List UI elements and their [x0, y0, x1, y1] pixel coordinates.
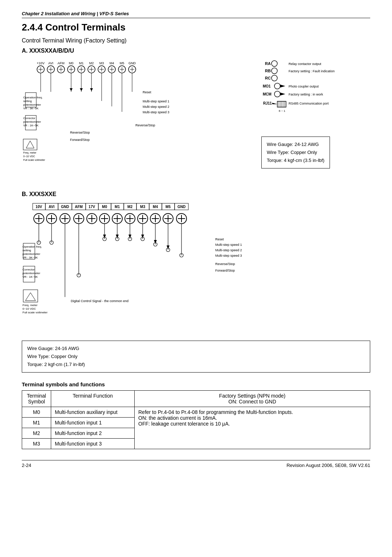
svg-text:potentiometer: potentiometer	[23, 120, 41, 123]
svg-text:RB: RB	[265, 69, 271, 73]
diagram-b-svg: 10V AVI GND AFM 17V M0 M1 M2 M3 M4 M5 GN…	[22, 203, 348, 337]
svg-text:M5: M5	[166, 205, 171, 209]
svg-text:Full scale voltmeter: Full scale voltmeter	[23, 311, 48, 314]
svg-text:potentiometer: potentiometer	[23, 272, 40, 275]
svg-text:setting: setting	[23, 249, 31, 252]
svg-text:Freq. meter: Freq. meter	[23, 151, 37, 154]
svg-rect-228	[23, 290, 38, 302]
svg-text:M0: M0	[69, 61, 74, 65]
wire-gauge-a: Wire Gauge: 24-12 AWG	[267, 141, 324, 149]
col-function-header: Terminal Function	[51, 391, 135, 407]
svg-line-249	[130, 239, 214, 264]
svg-text:Corrector: Corrector	[23, 268, 35, 271]
svg-text:Multi-step speed 1: Multi-step speed 1	[143, 99, 170, 103]
svg-text:M1: M1	[115, 205, 120, 209]
symbols-title: Terminal symbols and functions	[22, 381, 370, 387]
svg-line-83	[71, 92, 94, 121]
table-header-row: Terminal Symbol Terminal Function Factor…	[22, 391, 370, 407]
diagram-b-container: 10V AVI GND AFM 17V M0 M1 M2 M3 M4 M5 GN…	[22, 203, 370, 373]
svg-text:Reverse/Stop: Reverse/Stop	[215, 262, 235, 266]
svg-text:Multi-step speed 2: Multi-step speed 2	[215, 248, 242, 252]
table-row: M0Multi-function auxiliary inputRefer to…	[22, 407, 370, 418]
svg-text:Factory setting : in work: Factory setting : in work	[289, 93, 323, 96]
svg-text:MO1: MO1	[263, 84, 271, 88]
svg-text:Relay contactor output: Relay contactor output	[289, 62, 322, 66]
svg-text:Multi-step speed 3: Multi-step speed 3	[143, 110, 170, 114]
svg-marker-65	[90, 88, 93, 91]
svg-text:M1: M1	[79, 61, 84, 65]
diagram-a-svg: +10V AVI AFM M0 M1 M2 M3 M4 M5 GND	[22, 59, 211, 183]
svg-text:0~10 VDC: 0~10 VDC	[23, 307, 36, 310]
header-factory-line1: Factory Settings (NPN mode)	[219, 393, 286, 399]
col-symbol-header: Terminal Symbol	[22, 391, 51, 407]
svg-text:VR : 1K~5K: VR : 1K~5K	[23, 124, 39, 127]
diagram-a-right: RA Relay contactor output RB Factory set…	[254, 59, 370, 184]
svg-text:M3: M3	[140, 205, 145, 209]
svg-text:potentiometer: potentiometer	[23, 103, 41, 106]
footer-page-number: 2-24	[22, 463, 31, 468]
svg-text:setting: setting	[23, 99, 32, 103]
table-cell-function: Multi-function input 3	[51, 439, 135, 449]
table-cell-function: Multi-function input 2	[51, 428, 135, 439]
svg-marker-67	[26, 141, 34, 148]
table-cell-symbol: M1	[22, 418, 51, 428]
svg-text:RJ11: RJ11	[263, 101, 272, 105]
svg-point-93	[271, 61, 277, 66]
table-body: M0Multi-function auxiliary inputRefer to…	[22, 407, 370, 449]
svg-text:Operation freq.: Operation freq.	[23, 96, 42, 99]
subsection-a-title: A. XXXSXXA/B/D/U	[22, 48, 370, 54]
svg-text:Corrector: Corrector	[23, 117, 36, 120]
svg-text:VR : 1K~5K: VR : 1K~5K	[23, 275, 38, 278]
svg-marker-122	[280, 93, 285, 95]
svg-point-111	[274, 83, 280, 89]
col-factory-header: Factory Settings (NPN mode) ON: Connect …	[135, 391, 370, 407]
svg-line-82	[81, 92, 142, 123]
wire-type-a: Wire Type: Copper Only	[267, 149, 324, 156]
svg-point-106	[271, 75, 277, 81]
subtitle: Control Terminal Wiring (Factory Setting…	[22, 37, 370, 44]
svg-text:potentiometer: potentiometer	[23, 252, 40, 256]
svg-text:AVI: AVI	[48, 61, 53, 65]
wire-torque-a: Torque: 4 kgf-cm (3.5 in-lbf)	[267, 156, 324, 164]
svg-text:M4: M4	[153, 205, 158, 209]
diagram-a-right-svg: RA Relay contactor output RB Factory set…	[261, 59, 370, 132]
svg-marker-229	[25, 293, 36, 301]
svg-point-118	[274, 91, 280, 97]
svg-text:M4: M4	[110, 61, 114, 65]
svg-text:Reverse/Stop: Reverse/Stop	[70, 131, 90, 134]
svg-text:AFM: AFM	[58, 61, 65, 65]
wire-torque-b: Torque: 2 kgf-cm (1.7 in-lbf)	[27, 361, 365, 369]
svg-text:RS485 Communication port: RS485 Communication port	[289, 102, 329, 105]
table-cell-symbol: M2	[22, 428, 51, 439]
svg-text:17V: 17V	[89, 205, 95, 209]
wire-gauge-b: Wire Gauge: 24-16 AWG	[27, 345, 365, 353]
svg-marker-63	[70, 88, 73, 91]
svg-text:Multi-step speed 3: Multi-step speed 3	[215, 254, 242, 257]
svg-text:Operation freq.: Operation freq.	[23, 245, 42, 248]
svg-marker-115	[280, 85, 285, 88]
svg-text:+10V: +10V	[37, 61, 44, 65]
table-cell-function: Multi-function auxiliary input	[51, 407, 135, 418]
svg-text:Reverse/Stop: Reverse/Stop	[135, 123, 155, 127]
svg-text:Full scale voltmeter: Full scale voltmeter	[23, 159, 45, 161]
symbols-section: Terminal symbols and functions Terminal …	[22, 381, 370, 449]
svg-text:AFM: AFM	[75, 205, 83, 209]
svg-text:RC: RC	[265, 76, 271, 80]
diagram-a-left: +10V AVI AFM M0 M1 M2 M3 M4 M5 GND	[22, 59, 254, 184]
svg-text:Freq. meter: Freq. meter	[23, 304, 38, 307]
svg-marker-64	[80, 88, 83, 91]
subsection-b-title: B. XXXSXXE	[22, 191, 370, 198]
page-footer: 2-24 Revision August 2006, SE08, SW V2.6…	[22, 460, 370, 468]
wire-type-b: Wire Type: Copper Only	[27, 353, 365, 361]
section-title: 2.4.4 Control Terminals	[22, 22, 370, 33]
diagram-a-container: +10V AVI AFM M0 M1 M2 M3 M4 M5 GND	[22, 59, 370, 184]
svg-text:M3: M3	[99, 61, 104, 65]
svg-text:AVI: AVI	[49, 205, 54, 209]
svg-text:VR : 3K~5K: VR : 3K~5K	[23, 256, 38, 259]
svg-text:Forward/Stop: Forward/Stop	[70, 138, 90, 142]
header-symbol-label: Symbol	[28, 399, 45, 404]
svg-text:VR : 3K~5K: VR : 3K~5K	[23, 107, 39, 110]
header-terminal-label: Terminal	[27, 393, 46, 399]
svg-text:Reset: Reset	[215, 237, 224, 241]
svg-text:M5: M5	[120, 61, 124, 65]
